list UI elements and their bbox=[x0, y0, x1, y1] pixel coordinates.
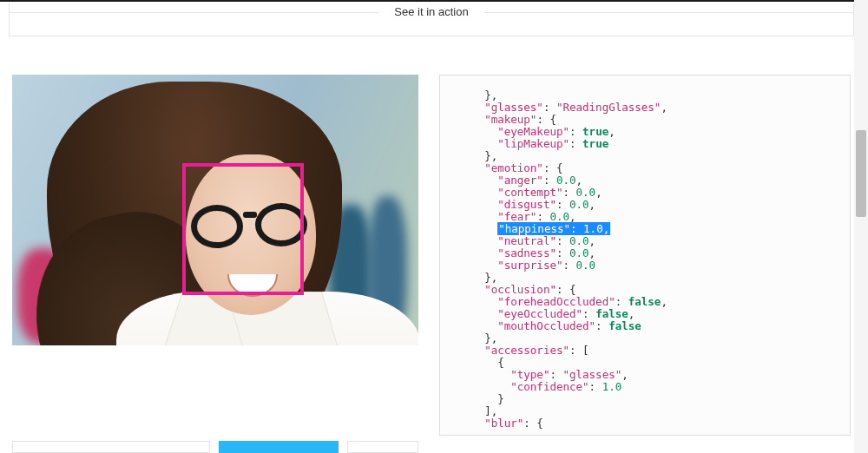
key-neutral: "neutral" bbox=[497, 234, 556, 247]
val-foreheadOccluded: false bbox=[628, 295, 661, 308]
key-happiness: "happiness" bbox=[498, 222, 570, 235]
key-acc-confidence: "confidence" bbox=[510, 380, 589, 393]
key-disgust: "disgust" bbox=[497, 198, 556, 211]
face-detection-rectangle bbox=[182, 163, 304, 295]
val-acc-type: "glasses" bbox=[562, 368, 621, 381]
key-eyeMakeup: "eyeMakeup" bbox=[497, 125, 569, 138]
key-makeup: "makeup" bbox=[484, 113, 536, 126]
val-neutral: 0.0 bbox=[569, 234, 589, 247]
window-top-edge bbox=[0, 0, 868, 2]
detection-json-output[interactable]: }, "glasses": "ReadingGlasses", "makeup"… bbox=[439, 75, 851, 436]
val-fear: 0.0 bbox=[549, 210, 569, 223]
val-eyeMakeup: true bbox=[582, 125, 608, 138]
brace-close: }, bbox=[484, 89, 497, 102]
val-glasses: "ReadingGlasses" bbox=[556, 101, 661, 114]
key-foreheadOccluded: "foreheadOccluded" bbox=[497, 295, 615, 308]
key-emotion: "emotion" bbox=[484, 161, 543, 174]
val-lipMakeup: true bbox=[582, 137, 608, 150]
val-anger: 0.0 bbox=[556, 174, 576, 187]
key-mouthOccluded: "mouthOccluded" bbox=[497, 319, 595, 332]
key-surprise: "surprise" bbox=[497, 259, 562, 272]
key-anger: "anger" bbox=[497, 174, 543, 187]
val-mouthOccluded: false bbox=[608, 319, 641, 332]
key-accessories: "accessories" bbox=[484, 344, 569, 357]
submit-button[interactable] bbox=[219, 441, 339, 453]
key-blur: "blur" bbox=[484, 417, 523, 430]
key-occlusion: "occlusion" bbox=[484, 283, 556, 296]
section-title: See it in action bbox=[378, 3, 483, 20]
val-eyeOccluded: false bbox=[595, 307, 628, 320]
val-disgust: 0.0 bbox=[569, 198, 589, 211]
key-glasses: "glasses" bbox=[484, 101, 543, 114]
browse-button[interactable] bbox=[347, 441, 418, 453]
page-scrollbar-track[interactable] bbox=[854, 0, 868, 453]
sample-image bbox=[12, 75, 418, 345]
image-url-input[interactable] bbox=[12, 441, 210, 453]
page-scrollbar-thumb[interactable] bbox=[856, 130, 866, 217]
key-contempt: "contempt" bbox=[497, 186, 562, 199]
key-eyeOccluded: "eyeOccluded" bbox=[497, 307, 582, 320]
val-sadness: 0.0 bbox=[569, 246, 589, 259]
key-acc-type: "type" bbox=[510, 368, 549, 381]
key-fear: "fear" bbox=[497, 210, 536, 223]
section-header: See it in action bbox=[9, 3, 854, 36]
val-happiness: 1.0 bbox=[583, 222, 603, 235]
key-sadness: "sadness" bbox=[497, 246, 556, 259]
key-lipMakeup: "lipMakeup" bbox=[497, 137, 569, 150]
val-acc-confidence: 1.0 bbox=[602, 380, 622, 393]
highlighted-happiness-line: "happiness": 1.0, bbox=[497, 222, 610, 235]
val-surprise: 0.0 bbox=[576, 259, 596, 272]
val-contempt: 0.0 bbox=[576, 186, 596, 199]
